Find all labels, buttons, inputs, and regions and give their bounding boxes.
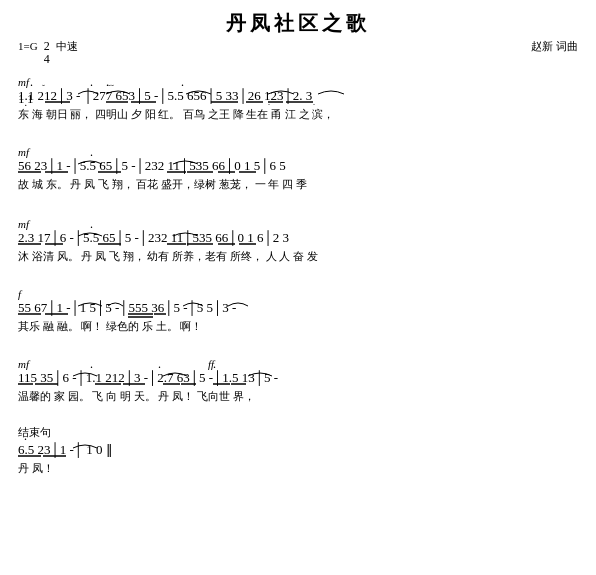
row3-lyrics: 沐 浴清 风。 丹 凤 飞 翔， 幼有 所养，老有 所终， 人 人 奋 发 xyxy=(18,250,318,262)
row4-lyrics: 其乐 融 融。 啊！ 绿色的 乐 土。 啊！ xyxy=(18,320,202,332)
svg-text:·: · xyxy=(90,360,93,374)
svg-text:·: · xyxy=(24,432,27,446)
row1-lyrics: 东 海 朝日 丽， 四明山 夕 阳 红。 百鸟 之王 降 生在 甬 江 之 滨， xyxy=(18,108,334,120)
meta-row: 1=G 24 中速 赵新 词曲 xyxy=(18,39,578,66)
svg-text:·: · xyxy=(106,78,109,92)
svg-text:·: · xyxy=(213,360,216,374)
svg-text:mf: mf xyxy=(18,358,31,370)
music-svg: mf 1.1 1.1 212│3 - │277 653│5 -│5.5 656│… xyxy=(18,68,578,558)
row6-indicator: 结束句 xyxy=(18,426,51,438)
meta-right: 赵新 词曲 xyxy=(531,39,578,54)
composer-label: 赵新 词曲 xyxy=(531,40,578,52)
svg-text:mf: mf xyxy=(18,218,31,230)
svg-text:·: · xyxy=(90,78,93,92)
key-signature: 1=G xyxy=(18,40,38,52)
svg-text:·: · xyxy=(90,148,93,162)
svg-text:mf: mf xyxy=(18,146,31,158)
svg-text:·: · xyxy=(90,220,93,234)
svg-text:·: · xyxy=(313,100,315,109)
meta-left: 1=G 24 中速 xyxy=(18,39,78,66)
svg-text:·: · xyxy=(158,360,161,374)
row6-lyrics: 丹 凤！ xyxy=(18,462,54,474)
svg-text:f: f xyxy=(18,288,23,300)
song-title: 丹凤社区之歌 xyxy=(18,10,578,37)
time-signature: 24 xyxy=(44,39,50,66)
row2-lyrics: 故 城 东。 丹 凤 飞 翔， 百花 盛开，绿树 葱茏， 一 年 四 季 xyxy=(18,178,307,190)
sheet-music-page: 丹凤社区之歌 1=G 24 中速 赵新 词曲 mf 1.1 1. xyxy=(0,0,596,575)
row5-lyrics: 温馨的 家 园。 飞 向 明 天。 丹 凤！ 飞向世 界， xyxy=(18,390,255,402)
svg-text:˘: ˘ xyxy=(42,82,45,92)
tempo: 中速 xyxy=(56,39,78,54)
svg-text:·: · xyxy=(30,78,33,92)
svg-text:·: · xyxy=(181,78,184,92)
svg-text:·: · xyxy=(268,100,270,109)
svg-text:mf: mf xyxy=(18,76,31,88)
